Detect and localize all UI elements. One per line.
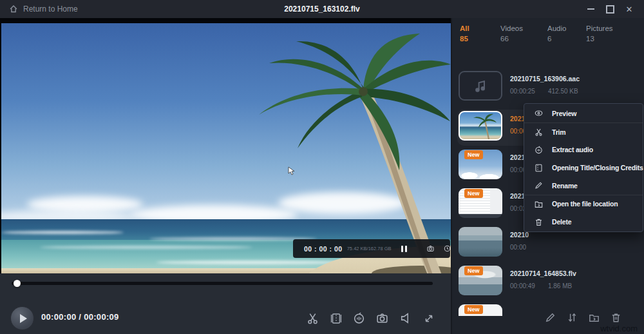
folder-open-icon	[534, 199, 544, 209]
return-home-button[interactable]: Return to Home	[9, 0, 78, 18]
home-icon	[9, 5, 18, 14]
play-icon	[20, 314, 27, 323]
fullscreen-button[interactable]	[421, 311, 436, 326]
cursor-in-video	[288, 166, 295, 175]
pause-icon	[401, 246, 407, 252]
credits-icon	[534, 163, 544, 173]
menu-item-rename[interactable]: Rename	[524, 177, 643, 195]
trim-button[interactable]	[305, 311, 320, 326]
mini-palm	[460, 112, 502, 141]
watermark: wtvid.com	[600, 324, 638, 333]
scissors-icon	[534, 127, 544, 137]
tab-all[interactable]: All 85	[460, 25, 469, 43]
recording-storage: 75.42 KB/162.78 GB	[347, 246, 392, 251]
minimize-button[interactable]	[581, 0, 600, 18]
menu-item-extract-audio[interactable]: Extract audio	[524, 141, 643, 159]
new-badge: New	[464, 150, 483, 159]
delete-button[interactable]	[609, 311, 623, 324]
progress-bar[interactable]	[12, 282, 433, 285]
list-item[interactable]: 20210715_163906.aac 00:00:25412.50 KB	[457, 70, 641, 106]
titlebar: Return to Home 20210715_163102.flv ✕	[0, 0, 644, 18]
menu-item-delete[interactable]: Delete	[524, 213, 643, 231]
play-button[interactable]	[10, 306, 34, 330]
tab-pictures[interactable]: Pictures 13	[586, 25, 613, 43]
snapshot-button[interactable]	[375, 311, 390, 326]
progress-handle[interactable]	[14, 280, 21, 287]
context-menu: Preview Trim Extract audio Opening Title…	[524, 103, 643, 232]
recording-timer: 00 : 00 : 00	[304, 245, 343, 253]
rename-button[interactable]	[544, 311, 557, 324]
video-thumbnail[interactable]	[459, 227, 502, 257]
eye-icon	[534, 108, 544, 118]
close-icon: ✕	[626, 5, 633, 14]
timer-clock-icon	[443, 244, 451, 253]
video-thumbnail[interactable]	[459, 111, 502, 141]
window-controls: ✕	[581, 0, 639, 18]
music-note-icon	[473, 78, 488, 93]
time-display: 00:00:00 / 00:00:09	[41, 312, 119, 322]
return-home-label: Return to Home	[23, 5, 78, 14]
maximize-icon	[606, 5, 614, 14]
volume-button[interactable]	[398, 311, 413, 326]
credits-button[interactable]	[328, 311, 343, 326]
close-button[interactable]: ✕	[620, 0, 639, 18]
recorder-app-window: Return to Home 20210715_163102.flv ✕	[0, 0, 644, 334]
menu-item-trim[interactable]: Trim	[524, 123, 643, 141]
open-file-location-button[interactable]	[587, 311, 601, 324]
trash-icon	[534, 217, 544, 227]
menu-item-credits[interactable]: Opening Title/Closing Credits	[524, 159, 643, 177]
pencil-icon	[534, 181, 544, 190]
extract-audio-icon	[534, 145, 544, 155]
extract-audio-button[interactable]	[352, 311, 366, 326]
player-tools	[305, 311, 436, 326]
library-actions	[544, 311, 623, 324]
screenshot-icon	[426, 244, 435, 253]
recording-toolbar-in-video: 00 : 00 : 00 75.42 KB/162.78 GB	[293, 239, 450, 258]
list-item[interactable]: New 20210714_164853.flv 00:00:491.86 MB	[457, 264, 641, 300]
video-frame-beach: 00 : 00 : 00 75.42 KB/162.78 GB	[1, 23, 451, 273]
tab-audio[interactable]: Audio 6	[547, 25, 566, 43]
tab-videos[interactable]: Videos 66	[500, 25, 523, 43]
new-badge: New	[464, 189, 483, 198]
video-preview[interactable]: 00 : 00 : 00 75.42 KB/162.78 GB	[0, 18, 451, 273]
new-badge: New	[464, 266, 483, 275]
menu-item-preview[interactable]: Preview	[524, 104, 643, 123]
sort-button[interactable]	[565, 311, 579, 324]
maximize-button[interactable]	[600, 0, 620, 18]
window-title: 20210715_163102.flv	[284, 0, 359, 18]
player-controls-bar: 00:00:00 / 00:00:09	[0, 273, 451, 334]
menu-item-open-location[interactable]: Open the file location	[524, 195, 643, 213]
new-badge: New	[464, 305, 483, 314]
minimize-icon	[587, 8, 594, 10]
audio-thumbnail[interactable]	[459, 71, 502, 101]
palm-tree	[1, 23, 451, 273]
